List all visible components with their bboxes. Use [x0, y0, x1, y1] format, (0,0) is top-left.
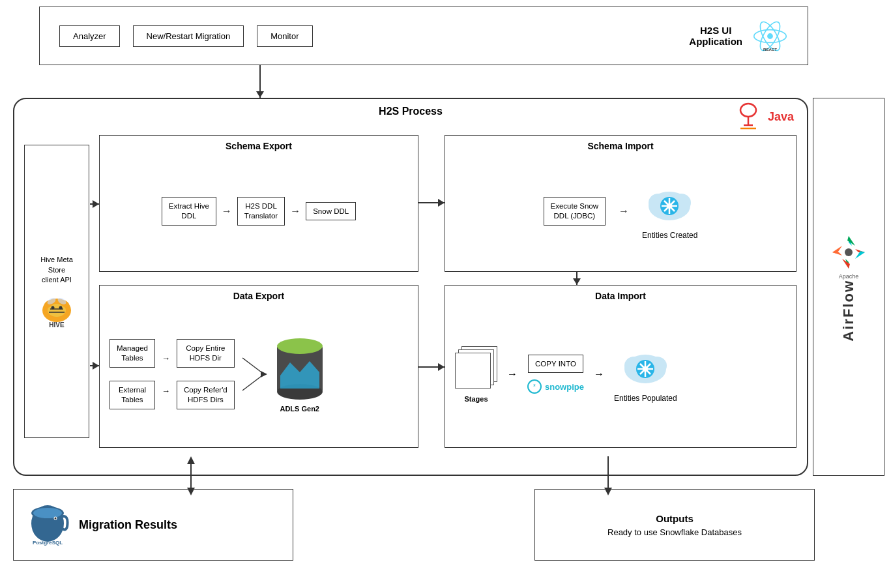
analyzer-button[interactable]: Analyzer [59, 25, 120, 47]
schema-import-title: Schema Import [445, 136, 796, 156]
h2s-process-box: H2S Process Java Hive MetaStoreclient AP… [13, 98, 808, 476]
stages-paper-3 [455, 353, 491, 389]
airflow-label: AirFlow [840, 280, 857, 342]
arrow-copyinto-snowflake: → [594, 368, 604, 380]
outputs-subtitle: Ready to use Snowflake Databases [607, 527, 742, 537]
hive-icon: HIVE [37, 292, 76, 328]
arrow-ui-to-process [259, 65, 261, 98]
stages-stack [455, 346, 497, 392]
airflow-sidebar: Apache AirFlow [813, 98, 884, 476]
hive-meta-title: Hive MetaStoreclient API [40, 255, 73, 285]
data-export-inner: ManagedTables ExternalTables → → Copy En… [100, 306, 418, 442]
h2s-ui-box: Analyzer New/Restart Migration Monitor H… [39, 7, 808, 65]
svg-point-33 [277, 338, 323, 354]
bottom-section: PostgreSQL Migration Results Outputs Rea… [13, 489, 815, 561]
h2s-ui-title: H2S UIApplication [689, 25, 742, 47]
java-label: Java [768, 110, 794, 124]
migration-results-label: Migration Results [79, 518, 177, 532]
schema-export-box: Schema Export Extract HiveDDL → H2S DDLT… [99, 135, 418, 272]
main-container: Analyzer New/Restart Migration Monitor H… [0, 0, 891, 588]
schema-export-inner: Extract HiveDDL → H2S DDLTranslator → Sn… [100, 156, 418, 266]
managed-tables: ManagedTables [110, 339, 155, 368]
monitor-button[interactable]: Monitor [257, 25, 312, 47]
data-export-left: ManagedTables ExternalTables [110, 339, 155, 409]
svg-point-18 [59, 306, 63, 309]
apache-label: Apache [839, 273, 859, 280]
hive-meta-box: Hive MetaStoreclient API HIVE [24, 145, 89, 438]
schema-export-title: Schema Export [100, 136, 418, 156]
arrows-to-adls [241, 348, 267, 400]
arrow1: → [222, 205, 232, 217]
entities-populated-area: Entities Populated [614, 346, 677, 403]
entities-populated-label: Entities Populated [614, 394, 677, 403]
data-import-inner: Stages → COPY INTO * snowpipe → [445, 306, 796, 442]
data-export-title: Data Export [100, 286, 418, 306]
svg-point-47 [845, 248, 853, 256]
schema-import-inner: Execute SnowDDL (JDBC) → [445, 156, 796, 266]
svg-text:REACT: REACT [763, 47, 777, 51]
arrow2: → [290, 205, 300, 217]
data-import-box: Data Import Stages → COPY INTO [445, 285, 796, 448]
arrow-hive-data [90, 365, 99, 366]
copy-entire-hdfs: Copy EntireHDFS Dir [177, 339, 235, 368]
data-export-middle: Copy EntireHDFS Dir Copy Refer'dHDFS Dir… [177, 339, 235, 409]
adls-cylinder [274, 336, 326, 402]
svg-point-28 [667, 203, 672, 209]
external-tables: ExternalTables [110, 381, 155, 409]
arrow-stages-copyinto: → [507, 368, 518, 380]
svg-text:*: * [533, 383, 536, 390]
svg-text:HIVE: HIVE [49, 321, 65, 328]
adls-label: ADLS Gen2 [280, 405, 319, 413]
outputs-box: Outputs Ready to use Snowflake Databases [534, 489, 815, 561]
entities-created-label: Entities Created [642, 231, 697, 240]
svg-point-55 [33, 508, 62, 518]
data-export-box: Data Export ManagedTables ExternalTables… [99, 285, 418, 448]
h2s-ddl-translator: H2S DDLTranslator [237, 197, 285, 226]
entities-created-area: Entities Created [642, 183, 697, 240]
data-import-title: Data Import [445, 286, 796, 306]
svg-point-5 [740, 104, 756, 117]
h2s-process-title: H2S Process [379, 106, 443, 117]
stages-label: Stages [464, 395, 488, 403]
svg-marker-31 [261, 371, 267, 377]
schema-import-box: Schema Import Execute SnowDDL (JDBC) → [445, 135, 796, 272]
airflow-logo [829, 233, 868, 272]
svg-point-17 [51, 306, 55, 309]
migration-results-box: PostgreSQL Migration Results [13, 489, 293, 561]
snowpipe-area: * snowpipe [527, 379, 584, 394]
arrow-hive-schema [90, 203, 99, 205]
svg-point-46 [643, 366, 648, 372]
snowflake-cloud-populated [621, 346, 670, 389]
copy-referd-hdfs: Copy Refer'dHDFS Dirs [177, 381, 235, 409]
arrow-schema-to-data-import [576, 272, 577, 285]
snow-ddl: Snow DDL [306, 202, 356, 221]
outputs-title: Outputs [656, 513, 694, 524]
java-icon: Java [732, 102, 794, 132]
arrow3: → [619, 205, 629, 217]
arrows-left: → → [162, 353, 170, 396]
arrow-data-export-import [418, 366, 445, 368]
snowpipe-label: snowpipe [545, 382, 584, 392]
extract-hive-ddl: Extract HiveDDL [162, 197, 216, 226]
new-restart-button[interactable]: New/Restart Migration [133, 25, 244, 47]
stages-area: Stages [455, 346, 497, 403]
svg-point-57 [55, 517, 57, 519]
ui-buttons: Analyzer New/Restart Migration Monitor [59, 25, 313, 47]
snowpipe-icon: * [527, 379, 542, 394]
arrow-schema-export-import [418, 202, 445, 203]
svg-text:PostgreSQL: PostgreSQL [33, 540, 63, 546]
copy-into-area: COPY INTO * snowpipe [527, 355, 584, 394]
adls-container: ADLS Gen2 [274, 336, 326, 413]
copy-into-box: COPY INTO [528, 355, 583, 374]
react-icon: REACT [752, 18, 788, 54]
snowflake-cloud-created [645, 183, 694, 226]
postgresql-icon: PostgreSQL [27, 504, 69, 546]
execute-snow-ddl: Execute SnowDDL (JDBC) [544, 197, 606, 226]
svg-point-0 [767, 33, 773, 39]
